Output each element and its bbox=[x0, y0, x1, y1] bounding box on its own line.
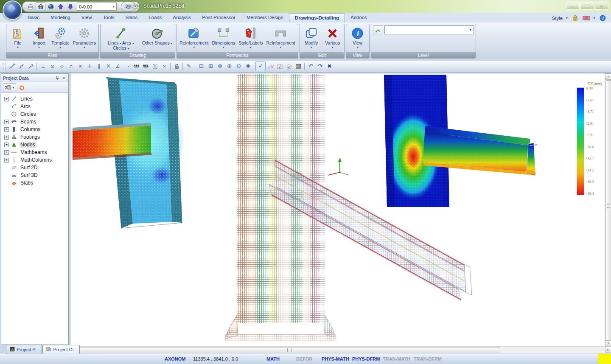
home-button[interactable] bbox=[36, 2, 45, 11]
restore-button[interactable]: ❐ bbox=[580, 1, 594, 10]
ribbon-button-reinforcement[interactable]: Reinforcement▾ bbox=[264, 25, 297, 49]
app-orb-button[interactable] bbox=[3, 0, 22, 20]
zoom-out[interactable]: ⊖ bbox=[234, 62, 243, 71]
pan[interactable]: ✚ bbox=[243, 62, 252, 71]
tab-members-design[interactable]: Members Design bbox=[241, 13, 289, 22]
snap-parallel[interactable]: ∥ bbox=[94, 62, 104, 71]
snap-perpendicular[interactable]: ⊥ bbox=[38, 62, 48, 71]
expand-icon[interactable]: + bbox=[4, 150, 9, 155]
data-summary-button[interactable]: Σ▼ bbox=[3, 83, 16, 92]
undo-button[interactable]: ↶ bbox=[306, 62, 315, 71]
status-tran-dfrm[interactable]: TRAN-DFRM bbox=[414, 356, 442, 361]
snap-endpoint[interactable] bbox=[7, 62, 17, 71]
tab-addons[interactable]: Addons bbox=[345, 13, 373, 22]
tab-slabs[interactable]: Slabs bbox=[120, 13, 143, 22]
snap-center[interactable]: ⊙ bbox=[48, 62, 57, 71]
lock-toggle[interactable] bbox=[172, 62, 181, 71]
tree-item-surf-3d[interactable]: +Surf 3D bbox=[1, 171, 68, 179]
tab-view[interactable]: View bbox=[76, 13, 98, 22]
group-label-level[interactable]: Level bbox=[371, 52, 476, 58]
tree-item-arcs[interactable]: +Arcs bbox=[1, 103, 68, 110]
snap-intersection[interactable]: ✕ bbox=[76, 62, 85, 71]
level-combo[interactable]: 0-0.00 ▼ bbox=[77, 3, 117, 11]
print-button[interactable] bbox=[26, 3, 35, 11]
web-button[interactable] bbox=[46, 3, 55, 11]
tree-item-mathcolumns[interactable]: +MathColumns bbox=[1, 156, 68, 164]
qat-more-button[interactable] bbox=[118, 3, 124, 10]
chevron-down-icon[interactable]: ▼ bbox=[593, 17, 596, 20]
ribbon-button-other-shapes[interactable]: Other Shapes ▾ bbox=[140, 25, 174, 45]
abs-mode-toggle[interactable]: ABS bbox=[132, 62, 141, 71]
ribbon-button-dimensions[interactable]: Dimensions▾ bbox=[210, 25, 237, 49]
zoom-window[interactable]: ⊡ bbox=[196, 62, 206, 71]
color-palette[interactable] bbox=[294, 62, 303, 71]
chevron-down-icon[interactable]: ▼ bbox=[111, 5, 116, 8]
redo-button[interactable]: ↷ bbox=[315, 62, 325, 71]
expand-icon[interactable]: + bbox=[4, 158, 9, 162]
ribbon-button-parameters[interactable]: Parameters▾ bbox=[71, 25, 98, 49]
tab-modeling[interactable]: Modeling bbox=[45, 13, 76, 22]
drawing-canvas[interactable]: DZ (mm) 0.49-1.61-3.71-5.81-7.91-10.0-12… bbox=[70, 73, 611, 353]
tab-analysis[interactable]: Analysis bbox=[168, 13, 197, 22]
ribbon-button-various[interactable]: Various▾ bbox=[322, 25, 343, 49]
snap-angle[interactable]: ∠ bbox=[113, 62, 122, 71]
rel-mode-toggle[interactable]: REL bbox=[141, 62, 150, 71]
scroll-down-arrow[interactable]: ▼ bbox=[605, 340, 611, 347]
expand-icon[interactable]: + bbox=[4, 120, 9, 124]
ribbon-button-lines-arcs-circles[interactable]: Lines - Arcs - Circles ▾ bbox=[101, 25, 140, 50]
tree-item-beams[interactable]: +Beams bbox=[1, 118, 68, 126]
tab-loads[interactable]: Loads bbox=[143, 13, 167, 22]
status-math[interactable]: MATH bbox=[266, 356, 280, 361]
tree-item-lines[interactable]: +Lines bbox=[1, 95, 68, 103]
ribbon-button-import[interactable]: Import▾ bbox=[28, 25, 50, 49]
panel-tab-project-d[interactable]: Project D... bbox=[42, 345, 79, 354]
tree-item-circles[interactable]: +Circles bbox=[1, 110, 68, 118]
minimize-button[interactable]: – bbox=[566, 1, 580, 10]
group-label-formworks[interactable]: Formworks bbox=[177, 52, 298, 58]
ribbon-button-style-labels[interactable]: !Style/Labels▾ bbox=[237, 25, 264, 49]
chevron-down-icon[interactable]: ▼ bbox=[565, 17, 568, 20]
zoom-in[interactable]: ⊕ bbox=[224, 62, 234, 71]
group-label-drawing[interactable]: Drawing bbox=[101, 52, 175, 58]
status-defor[interactable]: DEFOR bbox=[296, 356, 313, 361]
status-phys-dfrm[interactable]: PHYS-DFRM bbox=[352, 356, 380, 361]
ribbon-button-view[interactable]: iView▾ bbox=[347, 25, 368, 49]
tab-basic[interactable]: Basic bbox=[22, 13, 45, 22]
language-flag-icon[interactable] bbox=[582, 15, 590, 21]
tree-item-surf-2d[interactable]: +Surf 2D bbox=[1, 164, 68, 171]
zoom-extents[interactable]: ⊞ bbox=[206, 62, 215, 71]
snap-quadrant[interactable]: ◇ bbox=[57, 62, 66, 71]
toolbar-grip[interactable] bbox=[3, 63, 6, 70]
expand-icon[interactable]: + bbox=[4, 127, 9, 132]
scroll-up-arrow[interactable]: ▲ bbox=[605, 73, 611, 80]
tree-item-mathbeams[interactable]: +Mathbeams bbox=[1, 148, 68, 156]
level-down-button[interactable] bbox=[66, 3, 75, 11]
status-coordinates[interactable]: 11335.4 , 3841.0 , 0.0 bbox=[193, 356, 238, 361]
ribbon-button-template[interactable]: Template▾ bbox=[50, 25, 71, 49]
edit-pencil[interactable]: ✎ bbox=[184, 62, 193, 71]
tab-tools[interactable]: Tools bbox=[98, 13, 120, 22]
snap-point[interactable]: + bbox=[85, 62, 94, 71]
status-axonom[interactable]: AXONOM bbox=[165, 356, 186, 361]
snap-node[interactable]: ✕ bbox=[160, 62, 169, 71]
info-icon[interactable]: i bbox=[598, 15, 607, 21]
expand-icon[interactable]: + bbox=[4, 135, 9, 140]
cancel-button[interactable]: ✖ bbox=[325, 62, 334, 71]
level-select[interactable]: ▼ bbox=[384, 25, 474, 34]
style-menu[interactable]: Style bbox=[552, 16, 563, 21]
group-label-files[interactable]: Files bbox=[6, 52, 98, 58]
tab-drawings-detailing[interactable]: Drawings-Detailing bbox=[289, 13, 345, 22]
horizontal-scroll-thumb[interactable] bbox=[77, 347, 500, 353]
level-up-button[interactable] bbox=[56, 3, 65, 11]
snap-apparent[interactable]: × bbox=[104, 62, 113, 71]
tab-post-processor[interactable]: Post-Processor bbox=[196, 13, 241, 22]
snap-tangent[interactable]: ∩ bbox=[66, 62, 76, 71]
selection-window[interactable] bbox=[150, 62, 160, 71]
status-phys-math[interactable]: PHYS-MATH bbox=[322, 356, 349, 361]
lock-icon[interactable] bbox=[571, 15, 579, 21]
close-button[interactable]: ✕ bbox=[595, 1, 608, 10]
close-icon[interactable]: ✕ bbox=[60, 75, 67, 81]
snap-polar[interactable]: ¬ bbox=[122, 62, 132, 71]
group-label-edit[interactable]: Edit bbox=[300, 52, 344, 58]
ribbon-button-file[interactable]: newFile▾ bbox=[7, 25, 28, 49]
